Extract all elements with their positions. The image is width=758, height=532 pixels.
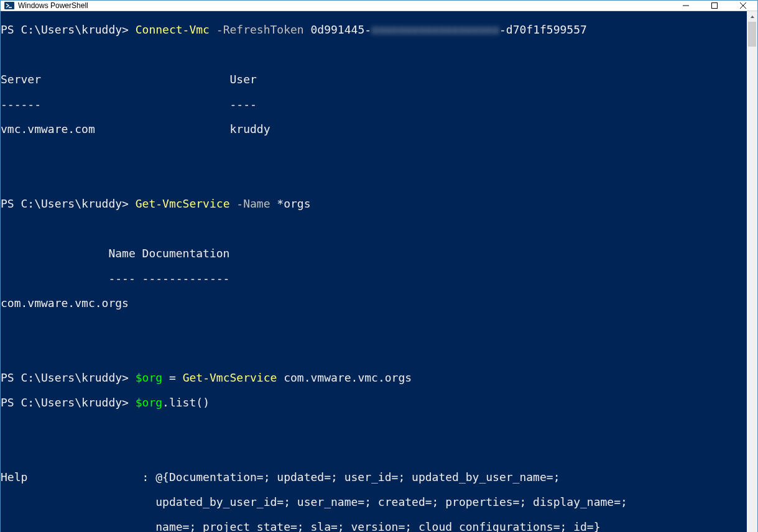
eq: = xyxy=(162,371,183,384)
svg-rect-3 xyxy=(712,3,718,9)
result-line: Help : @{Documentation=; updated=; user_… xyxy=(1,471,747,484)
result-line: name=; project_state=; sla=; version=; c… xyxy=(1,521,747,532)
param: -Name xyxy=(229,197,270,210)
vertical-scrollbar[interactable] xyxy=(747,11,757,532)
maximize-button[interactable] xyxy=(700,1,729,11)
titlebar-left: Windows PowerShell xyxy=(1,1,88,11)
window-controls xyxy=(672,1,757,11)
token-prefix: 0d991445- xyxy=(304,23,371,36)
method: .list() xyxy=(162,396,210,409)
prompt: PS C:\Users\kruddy> xyxy=(1,396,136,409)
variable: $org xyxy=(136,371,162,384)
output-header: Server User xyxy=(1,73,747,86)
prompt: PS C:\Users\kruddy> xyxy=(1,197,136,210)
token-suffix: -d70f1f599557 xyxy=(499,23,587,36)
powershell-icon xyxy=(4,1,14,11)
output-row: vmc.vmware.com kruddy xyxy=(1,123,747,135)
arg: *orgs xyxy=(270,197,311,210)
cmdlet: Connect-Vmc xyxy=(136,23,210,36)
cmdlet: Get-VmcService xyxy=(183,371,277,384)
variable: $org xyxy=(136,396,162,409)
scroll-track[interactable] xyxy=(747,22,757,532)
redacted-token: xxxxxxxxxxxxxxxxxxx xyxy=(371,24,499,36)
terminal-output[interactable]: PS C:\Users\kruddy> Connect-Vmc -Refresh… xyxy=(1,11,747,532)
scroll-thumb[interactable] xyxy=(748,22,756,47)
cmdlet: Get-VmcService xyxy=(136,197,230,210)
param: -RefreshToken xyxy=(210,23,304,36)
scroll-up-button[interactable] xyxy=(747,11,757,22)
close-button[interactable] xyxy=(729,1,757,11)
output-header: Name Documentation xyxy=(1,247,747,260)
result-line: updated_by_user_id=; user_name=; created… xyxy=(1,496,747,508)
titlebar[interactable]: Windows PowerShell xyxy=(1,1,757,11)
output-row: com.vmware.vmc.orgs xyxy=(1,297,747,310)
prompt: PS C:\Users\kruddy> xyxy=(1,371,136,384)
minimize-button[interactable] xyxy=(672,1,700,11)
powershell-window: Windows PowerShell PS C:\Users\kruddy> C… xyxy=(0,0,758,532)
window-title: Windows PowerShell xyxy=(18,1,88,10)
output-sep: ------ ---- xyxy=(1,98,747,111)
prompt: PS C:\Users\kruddy> xyxy=(1,23,136,36)
terminal-area: PS C:\Users\kruddy> Connect-Vmc -Refresh… xyxy=(1,11,757,532)
output-sep: ---- ------------- xyxy=(1,272,747,285)
arg: com.vmware.vmc.orgs xyxy=(277,371,412,384)
